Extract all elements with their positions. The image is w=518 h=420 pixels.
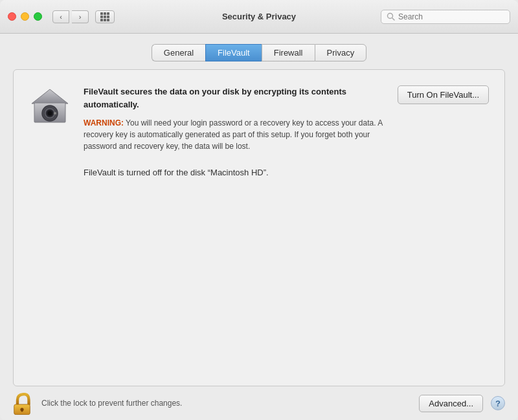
filevault-top-section: FileVault secures the data on your disk … [29, 85, 489, 152]
lock-text: Click the lock to prevent further change… [41, 399, 411, 408]
lock-icon-svg [13, 393, 31, 415]
maximize-button[interactable] [34, 12, 42, 21]
svg-rect-11 [21, 410, 23, 412]
filevault-description: FileVault secures the data on your disk … [84, 85, 385, 111]
tabs-container: General FileVault Firewall Privacy [0, 34, 518, 69]
svg-marker-2 [32, 89, 68, 104]
advanced-button[interactable]: Advanced... [419, 395, 483, 412]
warning-text: WARNING: You will need your login passwo… [84, 117, 385, 152]
traffic-lights [8, 12, 42, 21]
forward-button[interactable]: › [72, 10, 89, 23]
window-title: Security & Privacy [222, 12, 296, 21]
svg-point-0 [388, 14, 393, 19]
warning-body: You will need your login password or a r… [84, 118, 383, 151]
title-bar: ‹ › Security & Privacy [0, 0, 518, 34]
content-panel: FileVault secures the data on your disk … [13, 69, 505, 386]
filevault-text-area: FileVault secures the data on your disk … [84, 85, 385, 152]
bottom-bar: Click the lock to prevent further change… [0, 386, 518, 420]
turn-on-filevault-button[interactable]: Turn On FileVault... [398, 85, 489, 104]
svg-line-1 [392, 18, 394, 20]
filevault-icon [29, 85, 71, 127]
search-input[interactable] [398, 12, 504, 21]
tab-privacy[interactable]: Privacy [315, 44, 367, 61]
close-button[interactable] [8, 12, 16, 21]
search-bar[interactable] [381, 10, 510, 24]
tab-firewall[interactable]: Firewall [262, 44, 315, 61]
filevault-status-text: FileVault is turned off for the disk “Ma… [29, 168, 489, 177]
vault-icon-svg [29, 85, 71, 127]
tab-filevault[interactable]: FileVault [205, 44, 262, 61]
grid-view-button[interactable] [95, 10, 115, 23]
lock-icon[interactable] [13, 393, 34, 414]
search-icon [387, 12, 395, 21]
svg-point-7 [48, 111, 52, 116]
warning-label: WARNING: [84, 118, 124, 127]
svg-point-8 [54, 112, 56, 115]
nav-buttons: ‹ › [52, 10, 89, 23]
help-button[interactable]: ? [491, 396, 505, 410]
minimize-button[interactable] [21, 12, 29, 21]
main-content: General FileVault Firewall Privacy [0, 34, 518, 420]
tab-general[interactable]: General [152, 44, 205, 61]
grid-icon [100, 12, 109, 21]
back-button[interactable]: ‹ [52, 10, 69, 23]
